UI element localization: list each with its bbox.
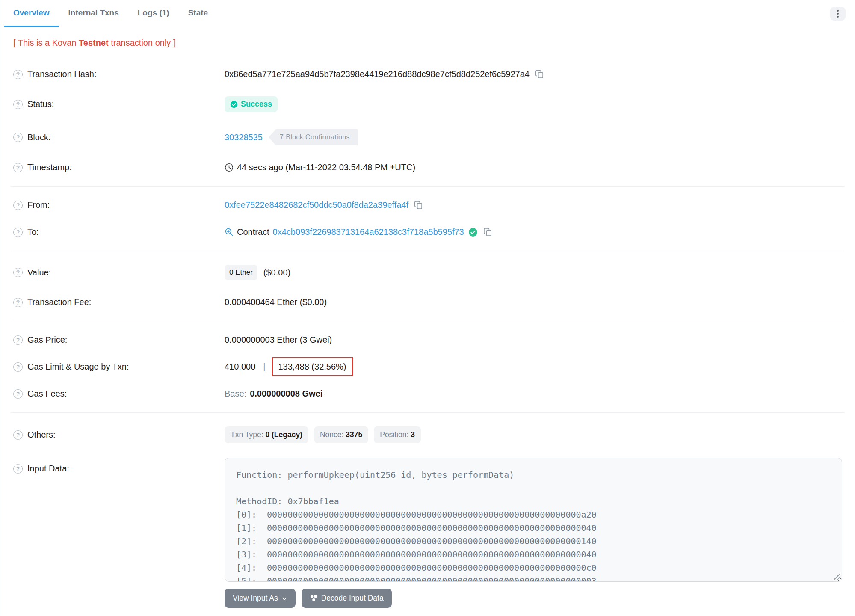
row-from: From: 0xfee7522e8482682cf50ddc50a0f8da2a… (13, 192, 842, 219)
word-index: [5]: (236, 575, 267, 582)
word-hex: 0000000000000000000000000000000000000000… (267, 549, 597, 560)
testnet-notice: [ This is a Kovan Testnet transaction on… (11, 27, 845, 56)
help-icon[interactable] (13, 362, 23, 372)
row-label-text: Transaction Fee: (27, 297, 91, 307)
row-label-text: Block: (27, 133, 50, 142)
decode-icon (310, 594, 318, 602)
verified-check-icon (468, 228, 478, 237)
row-to: To: Contract 0x4cb093f226983713164a62138… (13, 219, 842, 246)
clock-icon (225, 163, 234, 172)
decode-input-data-label: Decode Input Data (321, 594, 384, 603)
row-input-data: Input Data: Function: performUpkeep(uint… (13, 452, 842, 611)
from-address-link[interactable]: 0xfee7522e8482682cf50ddc50a0f8da2a39effa… (225, 200, 408, 210)
copy-from-button[interactable] (414, 200, 423, 210)
row-label-text: To: (27, 227, 39, 237)
copy-icon (483, 227, 493, 237)
input-word-row: [1]:000000000000000000000000000000000000… (236, 521, 831, 535)
help-icon[interactable] (13, 430, 23, 440)
input-data-box[interactable]: Function: performUpkeep(uint256 id, byte… (225, 458, 842, 582)
row-label-text: Value: (27, 268, 51, 278)
notice-suffix: transaction only ] (109, 38, 176, 47)
row-others: Others: Txn Type: 0 (Legacy) Nonce: 3375… (13, 418, 842, 452)
zoom-in-icon[interactable] (225, 228, 234, 237)
word-hex: 0000000000000000000000000000000000000000… (267, 536, 597, 546)
row-label-text: Others: (27, 430, 56, 440)
input-words-list: [0]:000000000000000000000000000000000000… (236, 508, 831, 582)
row-gas-limit-usage: Gas Limit & Usage by Txn: 410,000 | 133,… (13, 353, 842, 380)
row-transaction-hash: Transaction Hash: 0x86ed5a771e725aa94d5b… (13, 61, 842, 88)
word-hex: 0000000000000000000000000000000000000000… (267, 563, 597, 573)
ether-value-badge: 0 Ether (225, 265, 257, 280)
txn-type-value: 0 (Legacy) (265, 430, 302, 439)
row-label-text: Gas Price: (27, 335, 67, 345)
group-overview: Transaction Hash: 0x86ed5a771e725aa94d5b… (11, 56, 845, 186)
row-label-text: Transaction Hash: (27, 69, 97, 79)
input-word-row: [0]:000000000000000000000000000000000000… (236, 508, 831, 521)
row-label-text: Input Data: (27, 464, 69, 474)
tab-logs[interactable]: Logs (1) (128, 0, 179, 27)
contract-word: Contract (237, 227, 269, 237)
row-label-text: Gas Fees: (27, 389, 67, 399)
help-icon[interactable] (13, 464, 23, 474)
to-address-link[interactable]: 0x4cb093f226983713164a62138c3f718a5b595f… (273, 227, 464, 237)
row-timestamp: Timestamp: 44 secs ago (Mar-11-2022 03:5… (13, 154, 842, 181)
row-label-text: Timestamp: (27, 163, 72, 172)
decode-input-data-button[interactable]: Decode Input Data (302, 589, 392, 608)
row-transaction-fee: Transaction Fee: 0.000400464 Ether ($0.0… (13, 289, 842, 316)
row-label-text: Status: (27, 99, 54, 109)
nonce-value: 3375 (346, 430, 362, 439)
row-label-text: From: (27, 200, 50, 210)
status-badge: Success (225, 96, 278, 112)
row-block: Block: 30328535 7 Block Confirmations (13, 121, 842, 154)
help-icon[interactable] (13, 201, 23, 210)
tab-internal-txns[interactable]: Internal Txns (59, 0, 128, 27)
help-icon[interactable] (13, 100, 23, 109)
input-word-row: [2]:000000000000000000000000000000000000… (236, 535, 831, 548)
more-options-button[interactable] (830, 7, 846, 21)
notice-prefix: [ This is a Kovan (13, 38, 79, 47)
txn-type-label: Txn Type: (231, 430, 265, 439)
help-icon[interactable] (13, 268, 23, 277)
word-index: [3]: (236, 548, 267, 561)
row-value: Value: 0 Ether ($0.00) (13, 256, 842, 289)
copy-icon (414, 200, 423, 210)
card-body: [ This is a Kovan Testnet transaction on… (0, 27, 855, 616)
annotation-highlight-box: 133,488 (32.56%) (272, 357, 353, 376)
help-icon[interactable] (13, 298, 23, 307)
tab-header: Overview Internal Txns Logs (1) State (0, 0, 855, 27)
word-hex: 0000000000000000000000000000000000000000… (267, 523, 597, 533)
row-label-text: Gas Limit & Usage by Txn: (27, 362, 129, 372)
kebab-menu-icon (837, 10, 839, 18)
nonce-badge: Nonce: 3375 (314, 426, 368, 443)
position-label: Position: (380, 430, 411, 439)
block-number-link[interactable]: 30328535 (225, 133, 263, 142)
help-icon[interactable] (13, 228, 23, 237)
timestamp-value: 44 secs ago (Mar-11-2022 03:54:48 PM +UT… (237, 163, 415, 172)
copy-to-button[interactable] (483, 227, 493, 237)
base-fee-value: 0.000000008 Gwei (250, 389, 322, 399)
help-icon[interactable] (13, 133, 23, 142)
status-text: Success (241, 100, 272, 109)
tab-state[interactable]: State (179, 0, 217, 27)
tab-overview[interactable]: Overview (4, 0, 59, 27)
help-icon[interactable] (13, 70, 23, 79)
block-confirmations-badge: 7 Block Confirmations (269, 129, 358, 145)
help-icon[interactable] (13, 335, 23, 345)
help-icon[interactable] (13, 389, 23, 399)
divider: | (263, 362, 265, 372)
transaction-fee-value: 0.000400464 Ether ($0.00) (225, 297, 327, 307)
help-icon[interactable] (13, 163, 23, 172)
gas-limit-value: 410,000 (225, 362, 255, 372)
row-gas-fees: Gas Fees: Base: 0.000000008 Gwei (13, 380, 842, 407)
input-function-line: Function: performUpkeep(uint256 id, byte… (236, 468, 831, 482)
group-others-input: Others: Txn Type: 0 (Legacy) Nonce: 3375… (11, 412, 845, 616)
usd-value: ($0.00) (263, 268, 290, 278)
position-value: 3 (411, 430, 415, 439)
word-index: [2]: (236, 535, 267, 548)
word-hex: 0000000000000000000000000000000000000000… (267, 576, 597, 582)
copy-hash-button[interactable] (535, 69, 544, 79)
view-input-as-button[interactable]: View Input As (225, 589, 296, 608)
transaction-overview-card: Overview Internal Txns Logs (1) State [ … (0, 0, 855, 616)
resize-grip-icon[interactable] (834, 574, 840, 580)
input-word-row: [5]:000000000000000000000000000000000000… (236, 575, 831, 582)
